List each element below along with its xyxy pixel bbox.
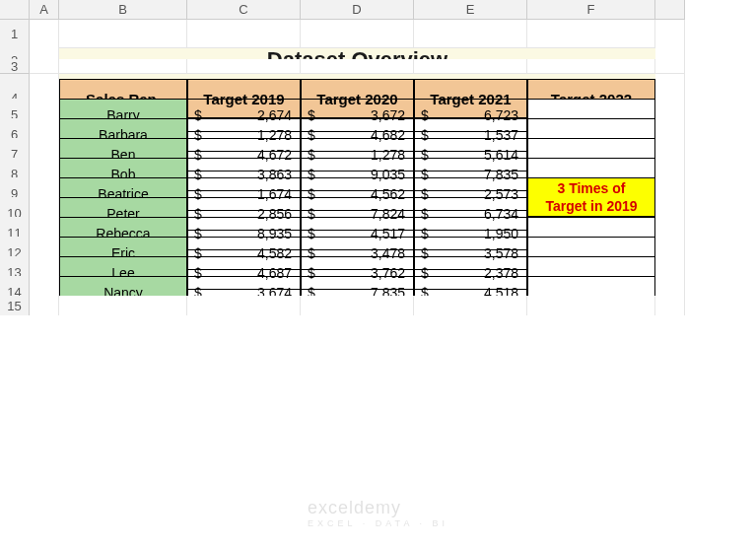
cell[interactable]: [187, 59, 301, 74]
col-header[interactable]: A: [30, 0, 59, 20]
cell[interactable]: [301, 296, 414, 315]
col-header[interactable]: D: [301, 0, 414, 20]
note-line: 3 Times of: [545, 179, 637, 197]
cell[interactable]: [30, 296, 59, 315]
col-header[interactable]: F: [527, 0, 655, 20]
cell[interactable]: [187, 296, 301, 315]
cell[interactable]: [59, 20, 187, 48]
col-header[interactable]: [655, 0, 685, 20]
cell[interactable]: [301, 59, 414, 74]
cell[interactable]: [59, 59, 187, 74]
cell[interactable]: [30, 59, 59, 74]
col-header[interactable]: C: [187, 0, 301, 20]
cell[interactable]: [527, 296, 655, 315]
row-header[interactable]: 3: [0, 59, 30, 74]
cell[interactable]: [414, 296, 527, 315]
cell[interactable]: [527, 59, 655, 74]
cell[interactable]: [414, 20, 527, 48]
cell[interactable]: [527, 20, 655, 48]
note-cell[interactable]: 3 Times ofTarget in 2019: [527, 177, 655, 217]
cell[interactable]: [187, 20, 301, 48]
cell[interactable]: [59, 296, 187, 315]
note-line: Target in 2019: [545, 197, 637, 215]
row-header[interactable]: 15: [0, 296, 30, 315]
select-all[interactable]: [0, 0, 30, 20]
cell[interactable]: [414, 59, 527, 74]
cell[interactable]: [655, 59, 685, 74]
col-header[interactable]: E: [414, 0, 527, 20]
cell[interactable]: [301, 20, 414, 48]
cell[interactable]: [655, 296, 685, 315]
col-header[interactable]: B: [59, 0, 187, 20]
